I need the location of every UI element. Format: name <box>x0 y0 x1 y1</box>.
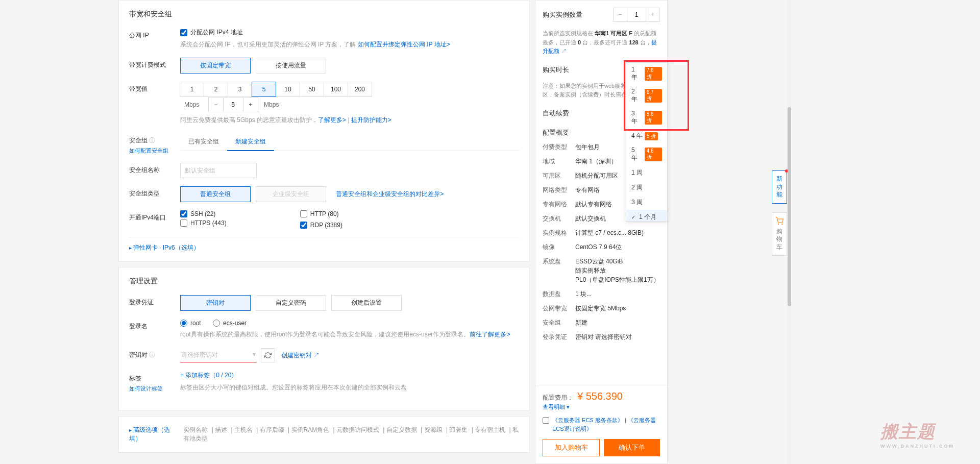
advanced-card: 高级选项（选填） 实例名称 | 描述 | 主机名 | 有序后缀 | 实例RAM角… <box>118 416 530 453</box>
create-keypair-link[interactable]: 创建密钥对 ↗ <box>281 351 320 360</box>
sg-type-normal[interactable]: 普通安全组 <box>180 186 251 202</box>
login-name-more-link[interactable]: 前往了解更多> <box>470 331 510 338</box>
bw-preset-2[interactable]: 2 <box>204 82 228 97</box>
footer: 配置费用： ¥ 556.390 查看明细 ▾ 《云服务器 ECS 服务条款》 |… <box>535 385 667 463</box>
bw-minus-button[interactable]: − <box>209 97 223 112</box>
sg-config-doc-link[interactable]: 如何配置安全组 <box>129 148 168 154</box>
help-icon[interactable]: ⓘ <box>149 351 155 358</box>
bw-preset-group: 12351050100200 <box>180 82 519 97</box>
eip-doc-link[interactable]: 如何配置并绑定弹性公网 IP 地址> <box>358 41 450 48</box>
tags-doc-link[interactable]: 如何设计标签 <box>129 385 163 392</box>
sg-type-compare-link[interactable]: 普通安全组和企业级安全组的对比差异> <box>336 190 444 198</box>
section-title: 带宽和安全组 <box>129 10 519 19</box>
login-ecsuser-radio[interactable]: ecs-user <box>213 320 247 327</box>
terms-ecs-link[interactable]: 《云服务器 ECS 服务条款》 <box>552 417 623 423</box>
advanced-toggle[interactable]: 高级选项（选填） <box>129 426 178 443</box>
port-http-checkbox[interactable]: HTTP (80) <box>300 210 395 217</box>
keypair-select[interactable]: 请选择密钥对▾ <box>180 348 257 363</box>
elastic-nic-toggle[interactable]: 弹性网卡 · IPv6（选填） <box>129 244 200 251</box>
qty-input[interactable] <box>627 8 646 21</box>
refresh-button[interactable] <box>261 348 275 362</box>
ports-label: 开通IPv4端口 <box>129 210 180 222</box>
svg-point-0 <box>778 224 778 224</box>
terms-checkbox[interactable] <box>543 417 549 424</box>
duration-dropdown[interactable]: 1 年7.6 折2 年6.7 折3 年5.6 折4 年5 折5 年4.6 折1 … <box>626 62 668 222</box>
port-ssh-checkbox[interactable]: SSH (22) <box>180 210 275 217</box>
duration-option[interactable]: 5 年4.6 折 <box>626 143 667 165</box>
summary-row: 登录凭证密钥对 请选择密钥对 <box>543 332 660 341</box>
bw-preset-10[interactable]: 10 <box>276 82 300 97</box>
summary-row: 系统盘ESSD云盘 40GiB随实例释放PL0（单盘IOPS性能上限1万） <box>543 257 660 284</box>
cred-later-option[interactable]: 创建后设置 <box>331 295 402 311</box>
public-ip-label: 公网 IP <box>129 28 180 40</box>
bw-charge-label: 带宽计费模式 <box>129 58 180 69</box>
duration-title: 购买时长 <box>543 65 569 75</box>
sg-name-input[interactable] <box>180 163 257 178</box>
scrollbar-thumb[interactable] <box>788 107 791 306</box>
confirm-order-button[interactable]: 确认下单 <box>604 439 660 456</box>
port-rdp-checkbox[interactable]: RDP (3389) <box>300 222 395 229</box>
bw-value-label: 带宽值 <box>129 82 180 93</box>
duration-option[interactable]: 1 个月 <box>626 210 667 222</box>
auto-renew-title: 自动续费 <box>543 109 569 117</box>
ddos-upgrade-link[interactable]: 提升防护能力> <box>351 116 391 124</box>
watermark: 搬主题WWW.BANZHUTI.COM <box>880 420 954 449</box>
cred-keypair-option[interactable]: 密钥对 <box>180 295 251 311</box>
port-https-checkbox[interactable]: HTTPS (443) <box>180 217 275 229</box>
bw-hint: 阿里云免费提供最高 5Gbps 的恶意流量攻击防护，了解更多> | 提升防护能力… <box>180 115 519 125</box>
bw-usage-option[interactable]: 按使用流量 <box>256 58 326 74</box>
bw-preset-50[interactable]: 50 <box>300 82 324 97</box>
duration-option[interactable]: 2 周 <box>626 180 667 195</box>
bw-preset-3[interactable]: 3 <box>228 82 252 97</box>
bw-input[interactable] <box>223 97 243 112</box>
view-detail-link[interactable]: 查看明细 ▾ <box>543 403 660 411</box>
login-name-label: 登录名 <box>129 319 180 331</box>
duration-option[interactable]: 4 年5 折 <box>626 129 667 143</box>
bw-preset-100[interactable]: 100 <box>324 82 348 97</box>
cart-button[interactable]: 购物车 <box>772 212 787 256</box>
summary-row: 数据盘1 块... <box>543 289 660 299</box>
duration-option[interactable]: 1 周 <box>626 165 667 180</box>
duration-option[interactable]: 2 年6.7 折 <box>626 85 667 107</box>
bw-stepper[interactable]: − + <box>208 97 258 112</box>
svg-point-1 <box>782 224 782 224</box>
qty-plus-button[interactable]: + <box>646 8 659 21</box>
login-cred-label: 登录凭证 <box>129 295 180 307</box>
help-icon[interactable]: ⓘ <box>149 137 155 144</box>
public-ip-hint: 系统会分配公网 IP，也可采用更加灵活的弹性公网 IP 方案，了解 如何配置并绑… <box>180 40 519 50</box>
terms-text: 《云服务器 ECS 服务条款》 | 《云服务器ECS退订说明》 <box>552 416 660 434</box>
new-features-button[interactable]: 新功能 <box>772 170 787 204</box>
qty-stepper[interactable]: − + <box>613 8 660 22</box>
tab-existing-sg[interactable]: 已有安全组 <box>180 133 227 151</box>
bw-unit-2: Mbps <box>264 101 279 108</box>
duration-option[interactable]: 3 年5.6 折 <box>626 107 667 129</box>
bw-preset-200[interactable]: 200 <box>348 82 372 97</box>
qty-title: 购买实例数量 <box>543 10 582 19</box>
refresh-icon <box>264 352 272 359</box>
sg-type-enterprise: 企业级安全组 <box>256 186 326 202</box>
duration-option[interactable]: 1 年7.6 折 <box>626 63 667 85</box>
tab-new-sg[interactable]: 新建安全组 <box>227 133 274 151</box>
scrollbar[interactable] <box>788 0 791 464</box>
bw-preset-5[interactable]: 5 <box>252 82 276 97</box>
mgmt-card: 管理设置 登录凭证 密钥对 自定义密码 创建后设置 登录名 root ecs-u… <box>118 267 530 410</box>
main-form: 带宽和安全组 公网 IP 分配公网 IPv4 地址 系统会分配公网 IP，也可采… <box>118 0 530 464</box>
price-value: ¥ 556.390 <box>577 390 623 402</box>
cred-password-option[interactable]: 自定义密码 <box>256 295 326 311</box>
summary-row: 镜像CentOS 7.9 64位 <box>543 242 660 252</box>
duration-option[interactable]: 3 周 <box>626 195 667 210</box>
add-tag-button[interactable]: + 添加标签（0 / 20） <box>180 372 237 379</box>
sg-label: 安全组ⓘ 如何配置安全组 <box>129 133 180 155</box>
add-to-cart-button[interactable]: 加入购物车 <box>543 439 600 456</box>
assign-public-ip-checkbox[interactable]: 分配公网 IPv4 地址 <box>180 28 243 37</box>
qty-minus-button[interactable]: − <box>614 8 627 21</box>
sg-type-label: 安全组类型 <box>129 186 180 198</box>
summary-row: 安全组新建 <box>543 318 660 327</box>
bw-preset-1[interactable]: 1 <box>180 82 204 97</box>
login-root-radio[interactable]: root <box>180 320 201 327</box>
summary-row: 实例规格计算型 c7 / ecs.c... 8GiB) <box>543 228 660 237</box>
qty-hint: 当前所选实例规格在 华南1 可用区 F 的总配额最多，已开通 0 台，最多还可开… <box>543 29 660 56</box>
ddos-more-link[interactable]: 了解更多> <box>318 116 346 124</box>
bw-fixed-option[interactable]: 按固定带宽 <box>180 58 251 74</box>
bw-plus-button[interactable]: + <box>243 97 258 112</box>
